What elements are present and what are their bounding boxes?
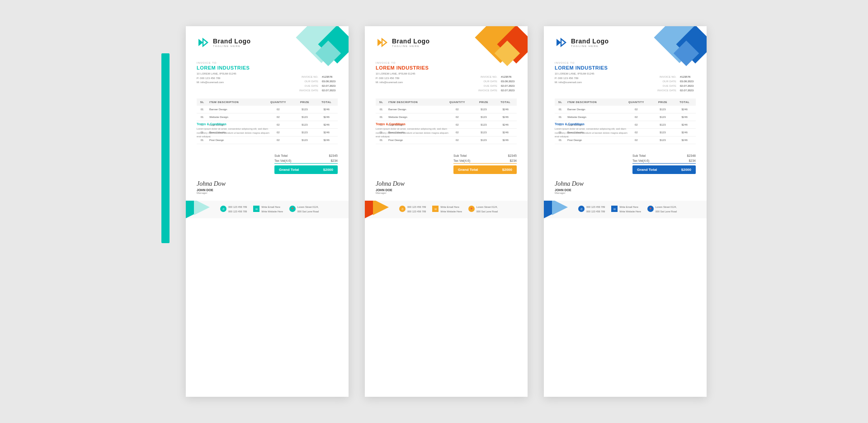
table-row: 01Banner Design02$123$246: [376, 106, 517, 113]
tax-value: $234: [509, 159, 517, 162]
grand-total-row: Grand Total $2000: [274, 165, 338, 174]
grand-total-label: Grand Total: [637, 168, 657, 172]
signature-area: Johna Dow JOHN DOE Manager: [365, 180, 528, 194]
totals-box: Sub Total $2345 Tax Vat(4.6) $234 Grand …: [453, 153, 517, 174]
col-total: TOTAL: [494, 99, 517, 106]
divider: [274, 163, 338, 164]
signature-script: Johna Dow: [376, 180, 517, 188]
footer-phone-item: ✆ 000 123 456 789000 123 456 789: [578, 205, 605, 214]
phone-icon: ✆: [220, 206, 226, 212]
brand-tagline: TAGLINE HERE: [213, 45, 251, 47]
subtotal-value: $2345: [329, 154, 338, 157]
table-row: 01Banner Design02$123$246: [197, 106, 338, 113]
svg-marker-0: [203, 39, 208, 46]
terms-section: Terms & Conditions Lorem ipsum dolor sit…: [376, 122, 453, 174]
footer-phone-item: ✆ 000 123 456 789000 123 456 789: [220, 205, 247, 214]
col-quantity: QUANTITY: [262, 99, 294, 106]
totals-box: Sub Total $2345 Tax Vat(4.6) $234 Grand …: [274, 153, 338, 174]
signer-title: Manager: [376, 192, 517, 194]
signer-title: Manager: [555, 192, 696, 194]
grand-total-row: Grand Total $2000: [632, 165, 696, 174]
grand-total-value: $2000: [681, 168, 691, 172]
signer-name: JOHN DOE: [376, 188, 517, 192]
footer-address-item: 📍 Lorem Street 0124,000 Sat Lane Road: [468, 205, 498, 214]
totals-section: Sub Total $2348 Tax Vat(4.6) $234 Grand …: [632, 153, 696, 174]
card-footer: ✆ 000 123 456 789000 123 456 789 ✉ Write…: [544, 201, 707, 218]
subtotal-label: Sub Total: [632, 154, 646, 157]
subtotal-row: Sub Total $2345: [274, 153, 338, 158]
signature-block: Johna Dow JOHN DOE Manager: [376, 180, 517, 194]
footer-arrow-blue-light: [552, 201, 568, 215]
footer-info: ✆ 000 123 456 789000 123 456 789 ✉ Write…: [578, 205, 677, 214]
invoice-date-label: INVOICE DATE: [656, 89, 678, 92]
logo-text-block: Brand Logo TAGLINE HERE: [571, 38, 609, 47]
logo-text-block: Brand Logo TAGLINE HERE: [213, 38, 251, 47]
subtotal-label: Sub Total: [453, 154, 467, 157]
tax-value: $234: [689, 159, 696, 162]
subtotal-row: Sub Total $2345: [453, 153, 517, 158]
table-row: 01Website Design02$123$246: [376, 113, 517, 121]
card-footer: ✆ 000 123 456 789000 123 456 789 ✉ Write…: [186, 201, 349, 218]
footer-arrow-teal-light: [194, 201, 210, 215]
signature-script: Johna Dow: [197, 180, 338, 188]
brand-logo-icon: [197, 36, 209, 49]
col-description: ITEM DESCRIPTION: [208, 99, 262, 106]
signature-block: Johna Dow JOHN DOE Manager: [197, 180, 338, 194]
col-price: PRIZE: [652, 99, 674, 106]
col-sl: SL: [197, 99, 208, 106]
tax-label: Tax Vat(4.6): [274, 159, 291, 162]
svg-marker-2: [382, 39, 387, 46]
location-icon: 📍: [647, 206, 654, 212]
corner-decoration-teal: [290, 26, 349, 85]
grand-total-label: Grand Total: [458, 168, 478, 172]
email-icon: ✉: [432, 206, 439, 212]
subtotal-value: $2348: [687, 154, 696, 157]
brand-logo-icon: [555, 36, 567, 49]
left-accent-bar: [161, 53, 170, 243]
footer-arrow-orange-light: [373, 201, 389, 215]
card-footer: ✆ 000 123 456 789000 123 456 789 ✉ Write…: [365, 201, 528, 218]
tax-label: Tax Vat(4.6): [453, 159, 470, 162]
terms-text: Lorem ipsum dolor sit amet, consectetur …: [197, 127, 274, 139]
terms-section: Terms & Conditions Lorem ipsum dolor sit…: [197, 122, 274, 174]
email-icon: ✉: [253, 206, 259, 212]
terms-text: Lorem ipsum dolor sit amet, consectetur …: [376, 127, 453, 139]
totals-section: Sub Total $2345 Tax Vat(4.6) $234 Grand …: [453, 153, 517, 174]
tax-label: Tax Vat(4.6): [632, 159, 649, 162]
footer-address-text: Lorem Street 0124,000 Sat Lane Road: [476, 205, 498, 214]
svg-marker-1: [198, 39, 203, 46]
email-icon: ✉: [611, 206, 618, 212]
footer-phone-item: ✆ 000 123 456 789000 123 456 789: [399, 205, 426, 214]
signer-title: Manager: [197, 192, 338, 194]
phone-icon: ✆: [578, 206, 585, 212]
svg-marker-5: [557, 39, 561, 46]
brand-name: Brand Logo: [392, 38, 430, 45]
footer-email-item: ✉ Write Email HereWrite Website Here: [611, 205, 641, 214]
invoice-date-value: 02.07.2023: [679, 89, 695, 92]
col-total: TOTAL: [315, 99, 338, 106]
corner-decoration-orange: [469, 26, 528, 85]
col-quantity: QUANTITY: [620, 99, 652, 106]
divider: [453, 163, 517, 164]
table-row: 01Banner Design02$123$246: [555, 106, 696, 113]
invoice-card-orange: Brand Logo TAGLINE HERE INVOICE TO LOREM…: [365, 26, 528, 397]
col-price: PRIZE: [294, 99, 316, 106]
svg-marker-3: [377, 39, 382, 46]
totals-section: Sub Total $2345 Tax Vat(4.6) $234 Grand …: [274, 153, 338, 174]
table-row: 01Website Design02$123$246: [555, 113, 696, 121]
tax-value: $234: [330, 159, 338, 162]
location-icon: 📍: [289, 206, 296, 212]
signer-name: JOHN DOE: [555, 188, 696, 192]
signer-name: JOHN DOE: [197, 188, 338, 192]
brand-logo-icon: [376, 36, 388, 49]
terms-section: Terms & Conditions Lorem ipsum dolor sit…: [555, 122, 632, 174]
col-price: PRIZE: [473, 99, 495, 106]
footer-address-item: 📍 Lorem Street 0124,000 Sat Lane Road: [289, 205, 319, 214]
terms-title: Terms & Conditions: [197, 122, 274, 126]
totals-terms-row: Terms & Conditions Lorem ipsum dolor sit…: [365, 150, 528, 174]
grand-total-value: $2000: [323, 168, 333, 172]
brand-name: Brand Logo: [571, 38, 609, 45]
invoice-card-blue: Brand Logo TAGLINE HERE INVOICE TO LOREM…: [544, 26, 707, 397]
svg-marker-4: [561, 39, 566, 46]
totals-terms-row: Terms & Conditions Lorem ipsum dolor sit…: [186, 150, 349, 174]
